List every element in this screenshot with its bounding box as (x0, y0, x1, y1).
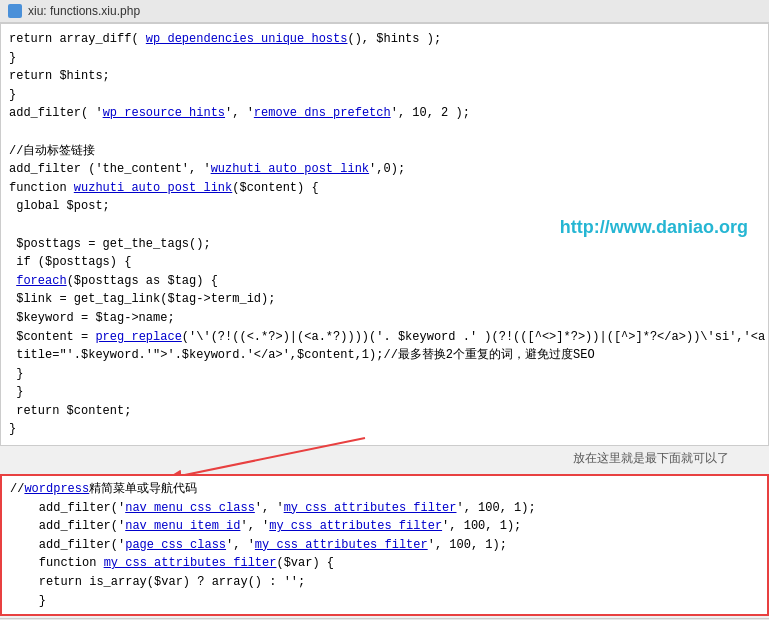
hl-line-1: add_filter('nav_menu_css_class', 'my_css… (10, 499, 759, 518)
code-line-19: } (9, 383, 760, 402)
code-line-13: foreach($posttags as $tag) { (9, 272, 760, 291)
code-line-16: $content = preg_replace('\'(?!((<.*?>)|(… (9, 328, 760, 347)
hl-line-5: return is_array($var) ? array() : ''; (10, 573, 759, 592)
code-line-18: } (9, 365, 760, 384)
code-line-5 (9, 123, 760, 142)
title-bar: xiu: functions.xiu.php (0, 0, 769, 23)
code-line-10 (9, 216, 760, 235)
hl-line-0: //wordpress精简菜单或导航代码 (10, 480, 759, 499)
annotation-area: 放在这里就是最下面就可以了 (0, 446, 769, 474)
highlighted-block: //wordpress精简菜单或导航代码 add_filter('nav_men… (0, 474, 769, 616)
hl-line-2: add_filter('nav_menu_item_id', 'my_css_a… (10, 517, 759, 536)
title-bar-icon (8, 4, 22, 18)
code-area: return array_diff( wp_dependencies_uniqu… (0, 23, 769, 446)
code-line-3: } (9, 86, 760, 105)
code-line-2: return $hints; (9, 67, 760, 86)
hl-line-6: } (10, 592, 759, 611)
code-line-21: } (9, 420, 760, 439)
code-line-20: return $content; (9, 402, 760, 421)
code-line-17: title="'.$keyword.'">'.$keyword.'</a>',$… (9, 346, 760, 365)
title-bar-label: xiu: functions.xiu.php (28, 4, 140, 18)
code-line-12: if ($posttags) { (9, 253, 760, 272)
code-line-0: return array_diff( wp_dependencies_uniqu… (9, 30, 760, 49)
code-line-15: $keyword = $tag->name; (9, 309, 760, 328)
hl-line-3: add_filter('page_css_class', 'my_css_att… (10, 536, 759, 555)
code-line-7: add_filter ('the_content', 'wuzhuti_auto… (9, 160, 760, 179)
code-line-8: function wuzhuti_auto_post_link($content… (9, 179, 760, 198)
code-line-11: $posttags = get_the_tags(); (9, 235, 760, 254)
code-line-14: $link = get_tag_link($tag->term_id); (9, 290, 760, 309)
code-line-1: } (9, 49, 760, 68)
code-line-4: add_filter( 'wp_resource_hints', 'remove… (9, 104, 760, 123)
hl-line-4: function my_css_attributes_filter($var) … (10, 554, 759, 573)
annotation-text: 放在这里就是最下面就可以了 (573, 450, 729, 467)
code-line-6: //自动标签链接 (9, 142, 760, 161)
code-line-9: global $post; (9, 197, 760, 216)
